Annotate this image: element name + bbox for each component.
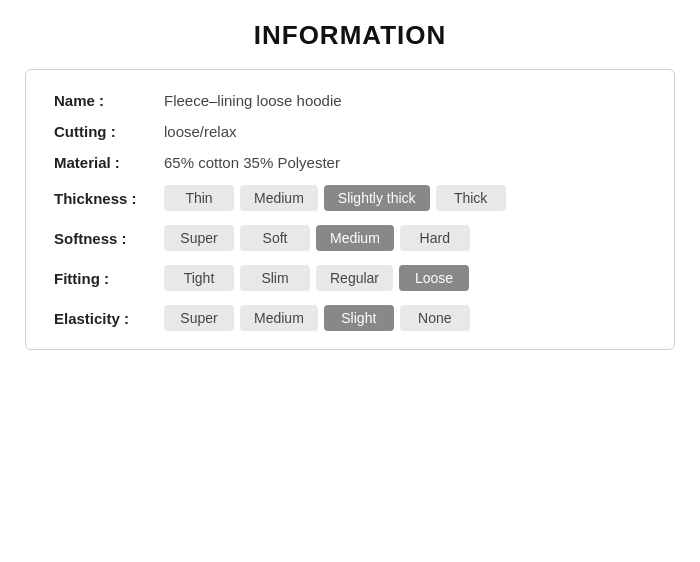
info-row: Elasticity :SuperMediumSlightNone [54,305,646,331]
option-button[interactable]: Hard [400,225,470,251]
option-button[interactable]: Tight [164,265,234,291]
option-button[interactable]: Slight [324,305,394,331]
page-title: INFORMATION [254,20,447,51]
row-label: Elasticity : [54,310,164,327]
row-label: Name : [54,92,164,109]
options-group: TightSlimRegularLoose [164,265,469,291]
info-row: Material :65% cotton 35% Polyester [54,154,646,171]
options-group: SuperSoftMediumHard [164,225,470,251]
option-button[interactable]: Soft [240,225,310,251]
row-label: Material : [54,154,164,171]
options-group: ThinMediumSlightly thickThick [164,185,506,211]
option-button[interactable]: Super [164,225,234,251]
option-button[interactable]: None [400,305,470,331]
row-label: Softness : [54,230,164,247]
info-row: Softness :SuperSoftMediumHard [54,225,646,251]
row-value: loose/relax [164,123,237,140]
option-button[interactable]: Medium [240,305,318,331]
info-row: Fitting :TightSlimRegularLoose [54,265,646,291]
option-button[interactable]: Super [164,305,234,331]
row-value: 65% cotton 35% Polyester [164,154,340,171]
row-value: Fleece–lining loose hoodie [164,92,342,109]
option-button[interactable]: Loose [399,265,469,291]
info-row: Thickness :ThinMediumSlightly thickThick [54,185,646,211]
option-button[interactable]: Slightly thick [324,185,430,211]
info-card: Name :Fleece–lining loose hoodieCutting … [25,69,675,350]
row-label: Fitting : [54,270,164,287]
option-button[interactable]: Regular [316,265,393,291]
info-row: Name :Fleece–lining loose hoodie [54,92,646,109]
option-button[interactable]: Thick [436,185,506,211]
info-row: Cutting :loose/relax [54,123,646,140]
option-button[interactable]: Medium [240,185,318,211]
row-label: Thickness : [54,190,164,207]
option-button[interactable]: Thin [164,185,234,211]
option-button[interactable]: Slim [240,265,310,291]
row-label: Cutting : [54,123,164,140]
options-group: SuperMediumSlightNone [164,305,470,331]
option-button[interactable]: Medium [316,225,394,251]
